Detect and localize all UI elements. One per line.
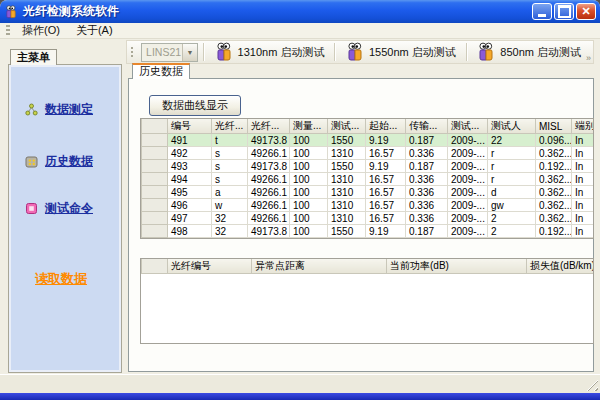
- tab-history-data[interactable]: 历史数据: [132, 63, 190, 79]
- column-header[interactable]: 光纤...: [212, 119, 248, 134]
- window-bottom-border: [0, 393, 600, 400]
- row-indicator[interactable]: [142, 186, 168, 199]
- row-indicator-header: [142, 259, 168, 274]
- table-row[interactable]: 491t49173.810015509.190.1872009-...220.0…: [142, 134, 595, 147]
- status-bar: [0, 374, 600, 393]
- title-bar: 光纤检测系统软件: [0, 0, 600, 23]
- chevron-down-icon[interactable]: ▼: [182, 44, 197, 61]
- menu-about[interactable]: 关于(A): [68, 22, 121, 39]
- history-table: 编号光纤...光纤...测量...测试...起始...传输...测试...测试人…: [141, 119, 594, 238]
- table-row[interactable]: 4973249266.1100131016.570.3362009-...20.…: [142, 212, 595, 225]
- test-agent-icon: [214, 42, 234, 62]
- table-cell: 0.336: [406, 212, 448, 225]
- test-agent-icon: [476, 42, 496, 62]
- start-test-1310-button[interactable]: 1310nm 启动测试: [209, 41, 330, 63]
- row-indicator[interactable]: [142, 147, 168, 160]
- sidebar-link-history-data[interactable]: 历史数据: [45, 153, 93, 170]
- table-cell: 49173.8: [248, 134, 290, 147]
- sidebar-link-data-measure[interactable]: 数据测定: [45, 101, 93, 118]
- column-header[interactable]: 测试...: [448, 119, 488, 134]
- row-indicator[interactable]: [142, 173, 168, 186]
- start-test-850-button[interactable]: 850nm 启动测试: [471, 41, 586, 63]
- toolbar-separator: [466, 43, 467, 61]
- history-table-header-row: 编号光纤...光纤...测量...测试...起始...传输...测试...测试人…: [142, 119, 595, 134]
- column-header[interactable]: 测试人: [488, 119, 536, 134]
- row-indicator[interactable]: [142, 212, 168, 225]
- maximize-button[interactable]: [554, 3, 574, 20]
- table-cell: 100: [290, 212, 328, 225]
- table-cell: 1310: [328, 147, 366, 160]
- menu-operation[interactable]: 操作(O): [14, 22, 68, 39]
- row-indicator[interactable]: [142, 160, 168, 173]
- table-cell: In: [572, 160, 595, 173]
- sidebar-link-test-command[interactable]: 测试命令: [45, 200, 93, 217]
- table-cell: 22: [488, 134, 536, 147]
- table-cell: 9.19: [366, 160, 406, 173]
- column-header[interactable]: 编号: [168, 119, 212, 134]
- table-cell: 0.192...: [536, 225, 572, 238]
- table-cell: 0.336: [406, 173, 448, 186]
- data-curve-button[interactable]: 数据曲线显示: [149, 95, 241, 116]
- app-window: 光纤检测系统软件 操作(O) 关于(A) LINS21 ▼: [0, 0, 600, 400]
- row-indicator[interactable]: [142, 225, 168, 238]
- column-header[interactable]: 传输...: [406, 119, 448, 134]
- table-cell: 100: [290, 199, 328, 212]
- table-cell: 1550: [328, 160, 366, 173]
- sidebar-item-history-data[interactable]: 历史数据: [25, 153, 93, 169]
- resize-grip[interactable]: [585, 378, 598, 391]
- table-row[interactable]: 494s49266.1100131016.570.3362009-...r0.3…: [142, 173, 595, 186]
- table-cell: 49266.1: [248, 186, 290, 199]
- table-cell: 498: [168, 225, 212, 238]
- table-cell: 0.362...: [536, 212, 572, 225]
- read-data-link[interactable]: 读取数据: [35, 270, 87, 288]
- toolbar-overflow-button[interactable]: [586, 53, 591, 63]
- start-test-1550-label: 1550nm 启动测试: [369, 45, 456, 60]
- table-cell: w: [212, 199, 248, 212]
- row-indicator[interactable]: [142, 134, 168, 147]
- column-header[interactable]: 光纤...: [248, 119, 290, 134]
- column-header[interactable]: 起始...: [366, 119, 406, 134]
- close-button[interactable]: [576, 3, 596, 20]
- table-row[interactable]: 496w49266.1100131016.570.3362009-...gw0.…: [142, 199, 595, 212]
- table-cell: 1550: [328, 134, 366, 147]
- sidebar-item-test-command[interactable]: 测试命令: [25, 200, 93, 216]
- start-test-1550-button[interactable]: 1550nm 启动测试: [340, 41, 461, 63]
- table-cell: 100: [290, 147, 328, 160]
- table-row[interactable]: 493s49173.810015509.190.1872009-...r0.19…: [142, 160, 595, 173]
- table-cell: 1550: [328, 225, 366, 238]
- table-cell: 0.362...: [536, 147, 572, 160]
- table-row[interactable]: 4983249173.810015509.190.1872009-...20.1…: [142, 225, 595, 238]
- column-header[interactable]: 当前功率(dB): [387, 259, 527, 274]
- toolbar: LINS21 ▼ 1310nm 启动测试: [126, 40, 594, 64]
- table-cell: a: [212, 186, 248, 199]
- minimize-button[interactable]: [532, 3, 552, 20]
- table-cell: 0.336: [406, 147, 448, 160]
- table-cell: 49266.1: [248, 173, 290, 186]
- column-header[interactable]: 光纤编号: [168, 259, 252, 274]
- table-row[interactable]: 492s49266.1100131016.570.3362009-...r0.3…: [142, 147, 595, 160]
- table-row[interactable]: 495a49266.1100131016.570.3362009-...d0.3…: [142, 186, 595, 199]
- column-header[interactable]: 损失值(dB/km): [527, 259, 595, 274]
- window-controls: [532, 3, 596, 20]
- device-combobox[interactable]: LINS21 ▼: [141, 43, 198, 62]
- column-header[interactable]: 端别: [572, 119, 595, 134]
- table-cell: 49173.8: [248, 225, 290, 238]
- table-cell: 2009-...: [448, 186, 488, 199]
- sidebar-item-data-measure[interactable]: 数据测定: [25, 101, 93, 117]
- column-header[interactable]: 测试...: [328, 119, 366, 134]
- table-cell: 0.336: [406, 199, 448, 212]
- column-header[interactable]: MISL: [536, 119, 572, 134]
- table-cell: 1310: [328, 199, 366, 212]
- history-table-container: 编号光纤...光纤...测量...测试...起始...传输...测试...测试人…: [140, 118, 594, 239]
- table-cell: In: [572, 186, 595, 199]
- table-cell: In: [572, 173, 595, 186]
- column-header[interactable]: 测量...: [290, 119, 328, 134]
- table-cell: In: [572, 147, 595, 160]
- tab-main-menu[interactable]: 主菜单: [10, 49, 57, 65]
- row-indicator[interactable]: [142, 199, 168, 212]
- table-cell: 1310: [328, 212, 366, 225]
- table-cell: 1310: [328, 173, 366, 186]
- table-cell: 49266.1: [248, 147, 290, 160]
- column-header[interactable]: 异常点距离: [252, 259, 387, 274]
- table-cell: 2009-...: [448, 199, 488, 212]
